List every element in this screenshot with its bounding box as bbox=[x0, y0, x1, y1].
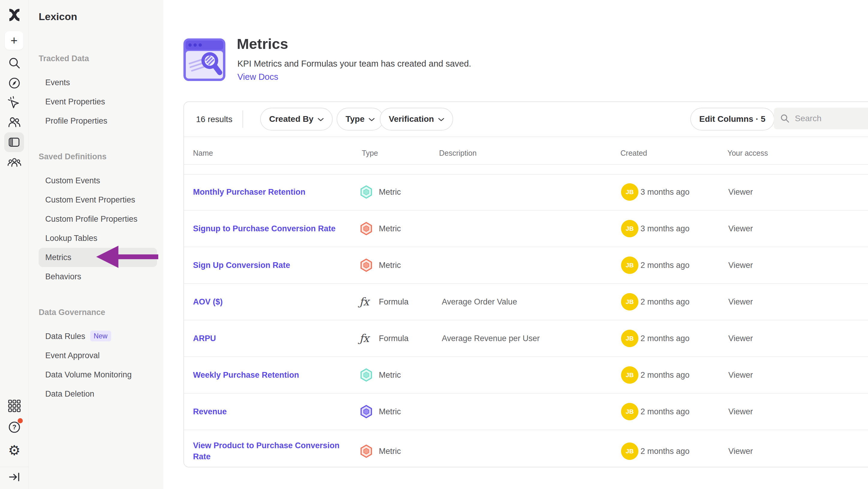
main-content: Metrics KPI Metrics and Formulas your te… bbox=[163, 0, 868, 489]
metric-name-link[interactable]: Monthly Purchaser Retention bbox=[193, 186, 352, 198]
table-header: Name Type Description Created Your acces… bbox=[184, 137, 868, 165]
filter-created-by-label: Created By bbox=[269, 114, 313, 124]
sidebar-item-custom-profile-properties[interactable]: Custom Profile Properties bbox=[39, 209, 144, 229]
sidebar-item-data-deletion[interactable]: Data Deletion bbox=[39, 384, 101, 403]
sidebar-item-label: Custom Event Properties bbox=[45, 195, 135, 204]
annotation-arrow bbox=[95, 245, 159, 270]
access-level: Viewer bbox=[728, 297, 753, 307]
sidebar-item-label: Data Volume Monitoring bbox=[45, 370, 131, 379]
formula-icon: ƒx bbox=[360, 295, 373, 309]
search-input[interactable] bbox=[794, 113, 868, 124]
create-plus-icon[interactable]: + bbox=[5, 31, 23, 50]
users-icon[interactable] bbox=[0, 115, 29, 129]
edit-columns-button[interactable]: Edit Columns · 5 bbox=[690, 108, 774, 131]
access-level: Viewer bbox=[728, 188, 753, 197]
filter-created-by-button[interactable]: Created By bbox=[260, 108, 333, 131]
table-row[interactable]: RevenueMetricJB2 months agoViewer bbox=[184, 394, 868, 430]
sidebar-item-data-rules[interactable]: Data RulesNew bbox=[39, 327, 118, 346]
metrics-page-icon bbox=[183, 38, 225, 81]
edit-columns-label: Edit Columns · 5 bbox=[699, 114, 766, 124]
filter-verification-button[interactable]: Verification bbox=[380, 108, 453, 131]
chevron-down-icon bbox=[438, 118, 444, 121]
formula-icon: ƒx bbox=[360, 331, 373, 346]
type-label: Metric bbox=[379, 224, 401, 233]
sidebar-item-data-volume-monitoring[interactable]: Data Volume Monitoring bbox=[39, 365, 138, 384]
table-toolbar: 16 results Created By Type Verification … bbox=[184, 102, 868, 137]
filter-type-button[interactable]: Type bbox=[337, 108, 384, 131]
sidebar-item-custom-events[interactable]: Custom Events bbox=[39, 171, 107, 190]
sidebar-item-label: Events bbox=[45, 78, 70, 87]
sidebar-item-behaviors[interactable]: Behaviors bbox=[39, 267, 88, 286]
sidebar-item-label: Data Deletion bbox=[45, 390, 94, 398]
sidebar-item-lookup-tables[interactable]: Lookup Tables bbox=[39, 229, 104, 248]
created-time: 2 months ago bbox=[641, 371, 690, 380]
table-row[interactable]: ARPUƒxFormulaAverage Revenue per UserJB2… bbox=[184, 320, 868, 357]
metric-name-link[interactable]: Sign Up Conversion Rate bbox=[193, 260, 352, 271]
metric-name-link[interactable]: Signup to Purchase Conversion Rate bbox=[193, 223, 352, 234]
collapse-sidebar-icon[interactable] bbox=[0, 470, 29, 484]
creator-avatar: JB bbox=[621, 442, 639, 460]
compass-icon[interactable] bbox=[0, 76, 29, 90]
created-time: 2 months ago bbox=[641, 297, 690, 307]
mixpanel-logo[interactable] bbox=[0, 8, 29, 22]
apps-grid-icon[interactable] bbox=[0, 399, 29, 413]
table-row[interactable]: AOV ($)ƒxFormulaAverage Order ValueJB2 m… bbox=[184, 284, 868, 320]
lexicon-panel-icon[interactable] bbox=[4, 132, 24, 152]
table-row[interactable]: View Product to Purchase Conversion Rate… bbox=[184, 430, 868, 472]
table-row[interactable]: Monthly Purchaser RetentionMetricJB3 mon… bbox=[184, 174, 868, 210]
sidebar-item-profile-properties[interactable]: Profile Properties bbox=[39, 111, 114, 131]
sparkle-cursor-icon[interactable] bbox=[0, 95, 29, 110]
creator-avatar: JB bbox=[621, 183, 639, 201]
created-time: 2 months ago bbox=[641, 447, 690, 456]
sidebar-item-event-properties[interactable]: Event Properties bbox=[39, 92, 112, 111]
results-count: 16 results bbox=[196, 102, 232, 137]
creator-avatar: JB bbox=[621, 403, 639, 420]
table-row[interactable]: Weekly Purchase RetentionMetricJB2 month… bbox=[184, 357, 868, 394]
created-time: 2 months ago bbox=[641, 261, 690, 270]
help-icon[interactable]: ? bbox=[0, 420, 29, 435]
view-docs-link[interactable]: View Docs bbox=[237, 72, 278, 82]
creator-avatar: JB bbox=[621, 257, 639, 274]
sidebar-item-custom-event-properties[interactable]: Custom Event Properties bbox=[39, 190, 142, 209]
created-time: 2 months ago bbox=[641, 407, 690, 416]
table-row[interactable]: Signup to Purchase Conversion RateMetric… bbox=[184, 210, 868, 247]
type-label: Metric bbox=[379, 261, 401, 270]
metric-name-link[interactable]: View Product to Purchase Conversion Rate bbox=[193, 440, 352, 462]
metric-name-link[interactable]: Revenue bbox=[193, 406, 352, 417]
type-label: Metric bbox=[379, 447, 401, 456]
lexicon-sidebar: Lexicon Tracked DataEventsEvent Properti… bbox=[29, 0, 163, 489]
group-icon[interactable] bbox=[0, 155, 29, 170]
access-level: Viewer bbox=[728, 224, 753, 233]
metric-name-link[interactable]: ARPU bbox=[193, 333, 352, 344]
description-text: Average Order Value bbox=[442, 297, 517, 307]
table-row[interactable]: Sign Up Conversion RateMetricJB2 months … bbox=[184, 247, 868, 284]
svg-text:?: ? bbox=[12, 423, 16, 431]
type-label: Metric bbox=[379, 188, 401, 197]
chevron-down-icon bbox=[369, 118, 375, 121]
search-icon bbox=[780, 113, 790, 124]
sidebar-item-label: Metrics bbox=[45, 253, 71, 262]
column-header-description: Description bbox=[439, 137, 476, 164]
filter-type-label: Type bbox=[346, 114, 365, 124]
sidebar-title: Lexicon bbox=[39, 9, 163, 24]
access-level: Viewer bbox=[728, 447, 753, 456]
description-text: Average Revenue per User bbox=[442, 334, 540, 343]
access-level: Viewer bbox=[728, 261, 753, 270]
metric-orange-icon bbox=[360, 222, 373, 236]
search-icon[interactable] bbox=[0, 56, 29, 70]
column-header-name: Name bbox=[193, 137, 213, 164]
column-header-type: Type bbox=[362, 137, 378, 164]
sidebar-item-events[interactable]: Events bbox=[39, 73, 77, 92]
settings-gear-icon[interactable]: ⚙ bbox=[0, 443, 29, 458]
filter-verification-label: Verification bbox=[389, 114, 434, 124]
created-time: 2 months ago bbox=[641, 334, 690, 343]
sidebar-item-label: Profile Properties bbox=[45, 116, 107, 125]
creator-avatar: JB bbox=[621, 330, 639, 347]
notification-dot bbox=[18, 418, 23, 423]
type-label: Metric bbox=[379, 371, 401, 380]
sidebar-item-event-approval[interactable]: Event Approval bbox=[39, 346, 106, 365]
metric-name-link[interactable]: AOV ($) bbox=[193, 296, 352, 308]
sidebar-item-label: Behaviors bbox=[45, 272, 81, 281]
metric-name-link[interactable]: Weekly Purchase Retention bbox=[193, 370, 352, 381]
sidebar-item-label: Lookup Tables bbox=[45, 234, 97, 243]
